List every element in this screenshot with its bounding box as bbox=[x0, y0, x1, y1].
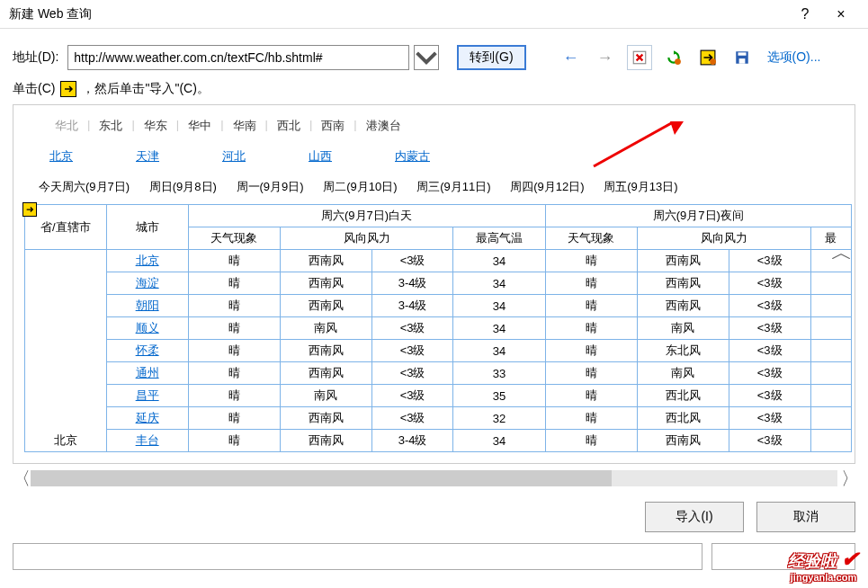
table-select-marker[interactable] bbox=[22, 202, 37, 217]
cell: 西南风 bbox=[280, 340, 371, 362]
day-tab[interactable]: 周日(9月8日) bbox=[144, 178, 222, 195]
day-tab[interactable]: 今天周六(9月7日) bbox=[33, 178, 135, 195]
window-title: 新建 Web 查询 bbox=[9, 6, 787, 22]
cell: 晴 bbox=[545, 407, 637, 430]
city-cell[interactable]: 延庆 bbox=[106, 407, 188, 430]
horizontal-scrollbar[interactable]: 〈 〉 bbox=[13, 468, 855, 489]
city-cell[interactable]: 海淀 bbox=[106, 272, 188, 295]
cell: <3级 bbox=[729, 362, 810, 385]
instr-pre: 单击(C) bbox=[13, 81, 55, 97]
th-day: 周六(9月7日)白天 bbox=[188, 205, 545, 227]
city-cell[interactable]: 朝阳 bbox=[106, 295, 188, 317]
city-cell[interactable]: 北京 bbox=[106, 250, 188, 272]
cell: 西南风 bbox=[280, 295, 371, 317]
cell: 32 bbox=[453, 407, 545, 430]
scroll-up-icon[interactable]: ︿ bbox=[831, 238, 849, 267]
province-cell: 北京 bbox=[25, 250, 107, 452]
table-row: 延庆晴西南风<3级32晴西北风<3级 bbox=[25, 407, 852, 430]
scroll-track[interactable] bbox=[31, 470, 837, 486]
cell: 晴 bbox=[545, 272, 637, 295]
cell: 晴 bbox=[188, 272, 280, 295]
import-button[interactable]: 导入(I) bbox=[645, 502, 744, 532]
region-tab[interactable]: 华北 bbox=[46, 114, 87, 138]
select-all-icon[interactable] bbox=[695, 45, 720, 70]
status-bar bbox=[13, 543, 855, 570]
th: 风向风力 bbox=[280, 227, 453, 250]
go-button[interactable]: 转到(G) bbox=[457, 45, 525, 70]
province-link[interactable]: 天津 bbox=[136, 148, 159, 165]
scroll-left-icon[interactable]: 〈 bbox=[13, 467, 27, 491]
th: 风向风力 bbox=[637, 227, 810, 250]
region-tab[interactable]: 东北 bbox=[90, 114, 131, 138]
cell: 晴 bbox=[188, 340, 280, 362]
cell: 晴 bbox=[188, 362, 280, 385]
cell: <3级 bbox=[729, 250, 810, 272]
forward-button[interactable]: → bbox=[593, 45, 618, 70]
table-row: 海淀晴西南风3-4级34晴西南风<3级 bbox=[25, 272, 852, 295]
cell: 晴 bbox=[545, 430, 637, 452]
svg-point-3 bbox=[710, 58, 716, 65]
cell: <3级 bbox=[371, 362, 453, 385]
cell: 西南风 bbox=[280, 407, 371, 430]
options-link[interactable]: 选项(O)... bbox=[767, 49, 821, 66]
day-tab[interactable]: 周四(9月12日) bbox=[505, 178, 589, 195]
save-icon[interactable] bbox=[729, 45, 755, 70]
region-tab[interactable]: 华南 bbox=[224, 114, 265, 138]
region-tab[interactable]: 港澳台 bbox=[357, 114, 410, 138]
region-tab[interactable]: 华东 bbox=[135, 114, 176, 138]
table-row: 北京北京晴西南风<3级34晴西南风<3级 bbox=[25, 250, 852, 272]
day-tab[interactable]: 周一(9月9日) bbox=[231, 178, 309, 195]
cell: 晴 bbox=[545, 317, 637, 340]
day-tabs: 今天周六(9月7日) 周日(9月8日) 周一(9月9日) 周二(9月10日) 周… bbox=[24, 175, 819, 204]
province-link[interactable]: 内蒙古 bbox=[395, 148, 430, 165]
th: 天气现象 bbox=[188, 227, 280, 250]
scroll-thumb[interactable] bbox=[31, 470, 612, 486]
vertical-scrollbar[interactable]: ︿ ﹀ bbox=[831, 238, 849, 452]
help-button[interactable]: ? bbox=[787, 6, 823, 22]
province-link[interactable]: 河北 bbox=[222, 148, 246, 165]
address-dropdown[interactable] bbox=[414, 45, 439, 70]
cell: 35 bbox=[453, 385, 545, 407]
instruction-row: 单击(C) ，然后单击"导入"(C)。 bbox=[0, 77, 868, 104]
cell: <3级 bbox=[371, 317, 453, 340]
city-cell[interactable]: 丰台 bbox=[106, 430, 188, 452]
province-link[interactable]: 北京 bbox=[49, 148, 73, 165]
watermark: 经验啦 ✔ jingyanla.com bbox=[788, 547, 859, 583]
day-tab[interactable]: 周三(9月11日) bbox=[411, 178, 496, 195]
city-cell[interactable]: 怀柔 bbox=[106, 340, 188, 362]
stop-icon[interactable] bbox=[627, 45, 652, 70]
day-tab[interactable]: 周二(9月10日) bbox=[318, 178, 402, 195]
select-marker-icon bbox=[60, 81, 76, 97]
table-row: 顺义晴南风<3级34晴南风<3级 bbox=[25, 317, 852, 340]
cell: <3级 bbox=[729, 272, 810, 295]
city-cell[interactable]: 顺义 bbox=[106, 317, 188, 340]
region-tabs: 华北| 东北| 华东| 华中| 华南| 西北| 西南| 港澳台 bbox=[24, 105, 819, 138]
cell: 晴 bbox=[188, 250, 280, 272]
titlebar: 新建 Web 查询 ? × bbox=[0, 0, 868, 29]
region-tab[interactable]: 西南 bbox=[312, 114, 353, 138]
city-cell[interactable]: 通州 bbox=[106, 362, 188, 385]
cell: 晴 bbox=[188, 385, 280, 407]
cancel-button[interactable]: 取消 bbox=[756, 502, 855, 532]
instr-post: ，然后单击"导入"(C)。 bbox=[82, 81, 209, 97]
cell: 34 bbox=[453, 272, 545, 295]
back-button[interactable]: ← bbox=[559, 45, 584, 70]
cell: 3-4级 bbox=[371, 272, 453, 295]
region-tab[interactable]: 西北 bbox=[268, 114, 309, 138]
svg-point-1 bbox=[675, 58, 681, 65]
cell: <3级 bbox=[729, 317, 810, 340]
cell: 晴 bbox=[545, 250, 637, 272]
province-links: 北京 天津 河北 山西 内蒙古 bbox=[24, 138, 819, 175]
close-button[interactable]: × bbox=[823, 6, 859, 22]
city-cell[interactable]: 昌平 bbox=[106, 385, 188, 407]
cell: 晴 bbox=[545, 295, 637, 317]
address-input[interactable] bbox=[67, 45, 409, 70]
refresh-icon[interactable] bbox=[661, 45, 686, 70]
scroll-right-icon[interactable]: 〉 bbox=[841, 467, 855, 491]
province-link[interactable]: 山西 bbox=[309, 148, 332, 165]
region-tab[interactable]: 华中 bbox=[179, 114, 220, 138]
cell: 晴 bbox=[545, 362, 637, 385]
cell: <3级 bbox=[729, 385, 810, 407]
day-tab[interactable]: 周五(9月13日) bbox=[598, 178, 683, 195]
table-row: 通州晴西南风<3级33晴南风<3级 bbox=[25, 362, 852, 385]
